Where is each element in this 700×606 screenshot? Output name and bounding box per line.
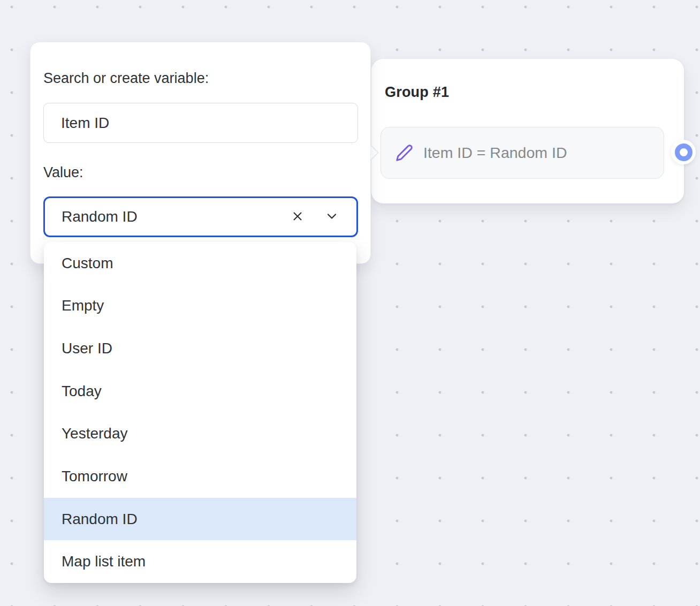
value-select-current: Random ID: [62, 208, 287, 225]
value-label: Value:: [43, 164, 83, 181]
workflow-canvas[interactable]: Group #1 Item ID = Random ID Search or c…: [0, 0, 700, 606]
pencil-icon: [395, 144, 413, 162]
option-today[interactable]: Today: [44, 370, 356, 413]
clear-value-button[interactable]: [287, 206, 308, 228]
variable-popup: Search or create variable: Value: Random…: [30, 42, 371, 264]
option-custom[interactable]: Custom: [44, 242, 356, 285]
option-random-id[interactable]: Random ID: [44, 498, 356, 541]
connector-port[interactable]: [671, 140, 696, 164]
variable-name-input[interactable]: [43, 103, 358, 143]
open-options-button[interactable]: [321, 206, 343, 228]
search-or-create-label: Search or create variable:: [43, 70, 209, 87]
x-clear-icon: [291, 209, 305, 225]
chevron-down-icon: [324, 209, 339, 225]
option-tomorrow[interactable]: Tomorrow: [44, 455, 356, 498]
connector-dot-icon: [675, 143, 693, 161]
condition-text: Item ID = Random ID: [423, 144, 567, 162]
group-card[interactable]: Group #1 Item ID = Random ID: [371, 59, 684, 203]
value-options-dropdown: Custom Empty User ID Today Yesterday Tom…: [44, 242, 356, 583]
condition-item[interactable]: Item ID = Random ID: [381, 127, 664, 179]
option-empty[interactable]: Empty: [44, 285, 356, 328]
option-yesterday[interactable]: Yesterday: [44, 413, 356, 456]
option-user-id[interactable]: User ID: [44, 327, 356, 370]
value-select[interactable]: Random ID: [43, 196, 358, 237]
option-map-list-item[interactable]: Map list item: [44, 540, 356, 583]
group-card-title: Group #1: [385, 84, 449, 101]
